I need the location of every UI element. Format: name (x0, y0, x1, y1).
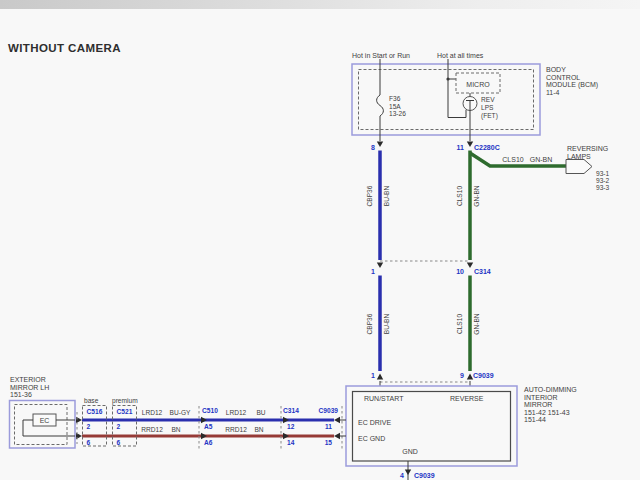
feed-label-batt: Hot at all times (437, 52, 484, 59)
wiring-diagram-page: WITHOUT CAMERA Hot in Start or Run Hot a… (0, 0, 640, 480)
branch-circuit-label: CLS10 (502, 156, 524, 163)
arrow-down-icon (467, 142, 473, 148)
micro-label: MICRO (466, 81, 490, 88)
c521-pin-6: 6 (117, 439, 121, 446)
connector-c521: C521 (117, 408, 133, 415)
arrow-left-icon (334, 417, 340, 423)
circuit-label: LRD12 (226, 409, 247, 416)
fuse-rating: 15A (389, 103, 401, 110)
ext-mirror-name-2: MIRROR LH (10, 384, 49, 391)
label-ec-drive: EC DRIVE (358, 419, 391, 426)
bcm-name-2: CONTROL (546, 74, 580, 81)
bcm-inner-dashed-box (359, 70, 534, 130)
wiring-diagram-canvas: Hot in Start or Run Hot at all times F36… (0, 0, 640, 480)
int-mirror-name-1: AUTO-DIMMING (524, 386, 577, 393)
reversing-page-1: 93-1 (596, 170, 610, 177)
reversing-page-3: 93-3 (596, 184, 610, 191)
label-reverse: REVERSE (450, 395, 484, 402)
mirror-pin-1: 1 (371, 372, 375, 379)
fuse-symbol (377, 95, 384, 116)
int-mirror-name-4: 151-42 151-43 (524, 409, 570, 416)
branch-color-label: GN-BN (530, 156, 553, 163)
c510-pin-a5: A5 (204, 423, 213, 430)
color-label: GN-BN (473, 185, 480, 206)
color-label: BU-GY (170, 409, 191, 416)
fuse-name: F36 (389, 95, 401, 102)
c516-pin-2: 2 (87, 423, 91, 430)
int-mirror-name-5: 151-44 (524, 416, 546, 423)
color-label: BN (171, 426, 180, 433)
connector-c314: C314 (474, 268, 491, 275)
circuit-label: RRD12 (141, 426, 163, 433)
arrow-down-icon (467, 263, 473, 269)
trunk-wires: CBP36 BU-BN CLS10 GN-BN 1 10 C314 CBP36 … (366, 151, 494, 387)
off-page-connector-icon (566, 160, 592, 174)
color-label: BU-BN (383, 186, 390, 207)
c314-pin-green: 10 (456, 268, 464, 275)
premium-label: premium (112, 397, 138, 405)
door-harness: base premium C516 C521 2 6 2 6 LRD12 BU-… (82, 397, 346, 450)
connector-c9039-bottom: C9039 (414, 472, 435, 479)
color-label: BN (254, 426, 263, 433)
connector-c9039-left: C9039 (319, 407, 339, 414)
arrow-down-icon (377, 263, 383, 269)
circuit-label: LRD12 (142, 409, 163, 416)
reversing-name-2: LAMPS (567, 153, 591, 160)
circuit-label: CBP36 (366, 185, 373, 206)
label-ec-gnd: EC GND (358, 435, 385, 442)
bcm-module: Hot in Start or Run Hot at all times F36… (352, 52, 598, 151)
fet-label-3: (FET) (481, 112, 498, 120)
gnd-pin-4: 4 (400, 472, 404, 479)
base-label: base (84, 397, 99, 404)
arrow-left-icon (334, 433, 340, 439)
arrow-down-icon (377, 142, 383, 148)
ext-mirror-name-3: 151-36 (10, 391, 32, 398)
circuit-label: CLS10 (456, 186, 463, 206)
c521-pin-2: 2 (117, 423, 121, 430)
arrow-up-icon (377, 374, 383, 380)
label-gnd: GND (402, 448, 418, 455)
c314-pin-blue: 1 (371, 268, 375, 275)
ext-mirror-name-1: EXTERIOR (10, 376, 46, 383)
color-label: BU-BN (383, 314, 390, 335)
connector-c2280c: C2280C (474, 144, 500, 151)
fet-label-1: REV (481, 96, 495, 103)
bcm-pin-8: 8 (371, 144, 375, 151)
bcm-name-1: BODY (546, 66, 566, 73)
circuit-label: RRD12 (225, 426, 247, 433)
color-label: GN-BN (473, 313, 480, 334)
exterior-mirror-module: EXTERIOR MIRROR LH 151-36 EC (10, 376, 83, 448)
ec-label: EC (40, 417, 50, 424)
fuse-page-ref: 13-26 (389, 110, 406, 117)
feed-wire-batt (448, 59, 466, 118)
c314-pin-14: 14 (287, 439, 295, 446)
reversing-page-2: 93-2 (596, 177, 610, 184)
mirror-pin-9: 9 (460, 372, 464, 379)
bcm-pin-11: 11 (457, 144, 465, 151)
arrow-down-icon (405, 470, 411, 476)
circuit-label: CBP36 (366, 313, 373, 334)
c9039-pin-11: 11 (325, 423, 332, 430)
c516-pin-6: 6 (87, 439, 91, 446)
feed-label-run: Hot in Start or Run (352, 52, 410, 59)
c314-pin-12: 12 (287, 423, 295, 430)
connector-c510: C510 (202, 407, 218, 414)
label-run-start: RUN/START (364, 395, 404, 402)
int-mirror-name-2: INTERIOR (524, 394, 557, 401)
fet-label-2: LPS (481, 104, 494, 111)
bcm-name-4: 11-4 (546, 89, 560, 96)
reversing-lamps: CLS10 GN-BN REVERSING LAMPS 93-1 93-2 93… (470, 145, 610, 191)
int-mirror-name-3: MIRROR (524, 401, 552, 408)
circuit-label: CLS10 (456, 314, 463, 334)
wire-stubs (340, 420, 346, 436)
reversing-name-1: REVERSING (567, 145, 608, 152)
c9039-pin-15: 15 (325, 439, 333, 446)
interior-mirror-module: RUN/START REVERSE EC DRIVE EC GND GND AU… (346, 386, 577, 480)
connector-c314-bottom: C314 (283, 407, 299, 414)
connector-c9039-top: C9039 (473, 372, 494, 379)
connector-c516: C516 (87, 408, 103, 415)
c510-pin-a6: A6 (204, 439, 213, 446)
color-label: BU (256, 409, 265, 416)
